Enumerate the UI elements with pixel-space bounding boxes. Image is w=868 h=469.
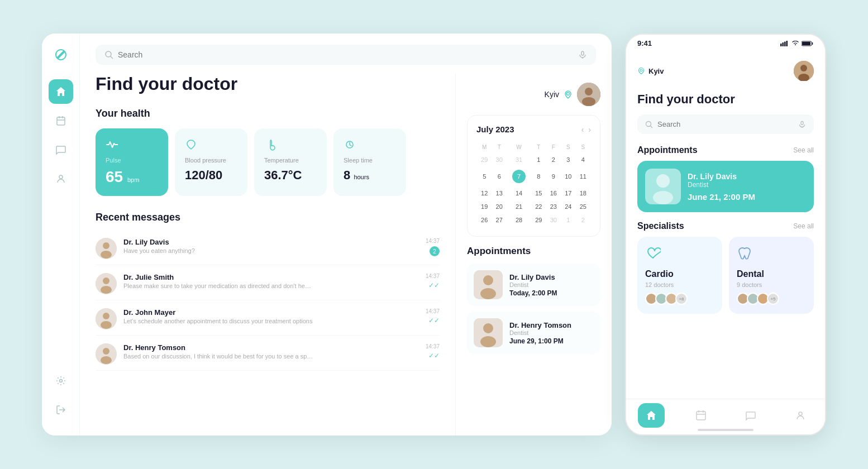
appointment-card[interactable]: Dr. Lily Davis Dentist Today, 2:00 PM — [467, 264, 600, 306]
cal-title: July 2023 — [476, 125, 514, 134]
mobile-search-input[interactable] — [657, 120, 794, 128]
cal-day[interactable]: 15 — [532, 187, 545, 199]
mobile-appointments-row: Appointments See all — [637, 145, 814, 155]
cal-day[interactable]: 14 — [507, 187, 531, 199]
cal-day[interactable]: 7 — [507, 167, 531, 186]
cal-next-button[interactable]: › — [588, 125, 591, 134]
cal-day[interactable]: 24 — [561, 200, 575, 213]
svg-point-18 — [103, 313, 109, 319]
cal-day[interactable]: 29 — [478, 154, 491, 166]
sidebar-item-home[interactable] — [49, 79, 73, 104]
avatar — [96, 343, 117, 365]
msg-name: Dr. Julie Smith — [123, 273, 419, 281]
cal-day[interactable]: 5 — [478, 167, 491, 186]
svg-point-32 — [480, 336, 496, 347]
cal-day[interactable]: 27 — [492, 214, 505, 226]
appt-name: Dr. Lily Davis — [509, 273, 557, 281]
cal-day[interactable]: 20 — [492, 200, 505, 213]
svg-point-49 — [653, 191, 673, 204]
svg-point-13 — [101, 251, 112, 259]
mobile-appointments-see-all[interactable]: See all — [793, 146, 814, 154]
sidebar-item-logout[interactable] — [49, 398, 73, 422]
mobile-appointment-card: Dr. Lily Davis Dentist June 21, 2:00 PM — [637, 161, 814, 212]
cal-day[interactable]: 1 — [532, 154, 545, 166]
cal-prev-button[interactable]: ‹ — [581, 125, 584, 134]
page-title: Find your doctor — [96, 74, 440, 94]
search-input[interactable] — [118, 50, 574, 59]
search-bar[interactable] — [96, 45, 596, 65]
svg-point-41 — [800, 65, 807, 71]
sidebar-item-calendar[interactable] — [49, 108, 73, 133]
specialist-card-cardio[interactable]: Cardio 12 doctors +8 — [637, 237, 722, 314]
svg-point-19 — [101, 321, 112, 329]
cal-day[interactable]: 16 — [547, 187, 560, 199]
cal-day[interactable]: 17 — [561, 187, 575, 199]
cal-day[interactable]: 2 — [547, 154, 560, 166]
pulse-label: Pulse — [106, 157, 158, 164]
cal-day[interactable]: 29 — [532, 214, 545, 226]
sidebar-item-profile[interactable] — [49, 166, 73, 191]
cal-day[interactable]: 10 — [561, 167, 575, 186]
msg-time: 14:37 — [426, 343, 440, 350]
cal-weekday: S — [576, 142, 590, 152]
msg-name: Dr. John Mayer — [123, 308, 419, 317]
health-section-title: Your health — [96, 108, 440, 119]
cal-day[interactable]: 8 — [532, 167, 545, 186]
cal-day[interactable]: 4 — [576, 154, 590, 166]
cal-day[interactable]: 11 — [576, 167, 590, 186]
cal-day[interactable]: 13 — [492, 187, 505, 199]
cal-day[interactable]: 6 — [492, 167, 505, 186]
mobile-mic-icon — [798, 121, 806, 128]
cal-day[interactable]: 26 — [478, 214, 491, 226]
sleep-value: 8 hours — [344, 168, 396, 183]
health-card-temp: Temperature 36.7°C — [254, 128, 327, 196]
cal-day[interactable]: 18 — [576, 187, 590, 199]
svg-point-16 — [101, 286, 112, 294]
cal-day[interactable]: 23 — [547, 200, 560, 213]
cal-day[interactable]: 22 — [532, 200, 545, 213]
specialist-card-dental[interactable]: Dental 9 doctors +5 — [729, 237, 814, 314]
svg-point-6 — [106, 51, 111, 57]
appointment-card[interactable]: Dr. Henry Tomson Dentist June 29, 1:00 P… — [467, 312, 600, 354]
appt-specialty: Dentist — [509, 329, 571, 336]
svg-point-5 — [59, 380, 62, 382]
svg-point-26 — [582, 97, 595, 106]
sidebar-item-settings[interactable] — [49, 368, 73, 393]
msg-time: 14:37 — [426, 273, 440, 279]
appointments-section: Appointments Dr. Lily Davis Dentist Toda… — [467, 246, 600, 360]
cal-day[interactable]: 19 — [478, 200, 491, 213]
bp-label: Blood pressure — [185, 157, 237, 164]
mobile-nav-profile[interactable] — [787, 403, 814, 428]
cal-day[interactable]: 1 — [561, 214, 575, 226]
sidebar-item-messages[interactable] — [49, 137, 73, 162]
cal-day[interactable]: 30 — [492, 154, 505, 166]
msg-content: Dr. Henry Tomson Based on our discussion… — [123, 343, 419, 360]
mobile-nav-messages[interactable] — [737, 403, 764, 428]
mobile-specialists-see-all[interactable]: See all — [793, 222, 814, 230]
message-item[interactable]: Dr. John Mayer Let's schedule another ap… — [96, 303, 440, 336]
cal-day[interactable]: 12 — [478, 187, 491, 199]
svg-rect-50 — [697, 411, 705, 420]
cal-day[interactable]: 21 — [507, 200, 531, 213]
cal-day[interactable]: 31 — [507, 154, 531, 166]
svg-point-21 — [103, 348, 109, 355]
desktop-card: Find your doctor Your health Pulse — [42, 34, 612, 436]
message-item[interactable]: Dr. Henry Tomson Based on our discussion… — [96, 338, 440, 371]
mobile-search-bar[interactable] — [637, 114, 814, 134]
cal-day[interactable]: 2 — [576, 214, 590, 226]
message-item[interactable]: Dr. Lily Davis Have you eaten anything? … — [96, 232, 440, 265]
cal-day[interactable]: 3 — [561, 154, 575, 166]
cal-day[interactable]: 9 — [547, 167, 560, 186]
svg-point-48 — [656, 174, 670, 188]
svg-point-22 — [101, 356, 112, 364]
appt-avatar — [474, 270, 503, 299]
mobile-nav-calendar[interactable] — [688, 403, 714, 428]
cal-day[interactable]: 30 — [547, 214, 560, 226]
cal-day[interactable]: 25 — [576, 200, 590, 213]
cal-day[interactable]: 28 — [507, 214, 531, 226]
health-card-sleep: Sleep time 8 hours — [333, 128, 406, 196]
message-item[interactable]: Dr. Julie Smith Please make sure to take… — [96, 267, 440, 300]
mobile-nav-home[interactable] — [638, 403, 665, 428]
pulse-icon — [106, 138, 158, 154]
msg-text: Based on our discussion, I think it woul… — [123, 353, 313, 360]
